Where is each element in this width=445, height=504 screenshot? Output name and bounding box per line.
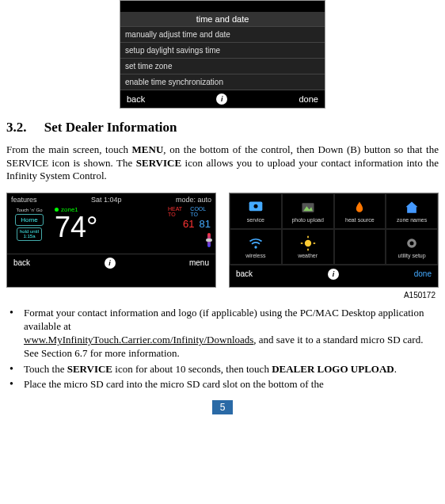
sun-icon: [300, 235, 316, 251]
cell-label: service: [247, 217, 264, 223]
touch-n-go-label: Touch ’n’ Go: [16, 208, 42, 212]
info-icon[interactable]: i: [328, 269, 339, 280]
info-icon[interactable]: i: [216, 94, 227, 105]
done-button[interactable]: done: [414, 269, 432, 278]
text: Place the micro SD card into the micro S…: [24, 378, 324, 390]
time-date-screenshot: time and date manually adjust time and d…: [120, 0, 325, 109]
svg-point-5: [254, 246, 257, 248]
empty-cell: [334, 229, 386, 265]
utility-setup-cell[interactable]: utility setup: [386, 229, 438, 265]
cell-label: wireless: [245, 253, 265, 258]
back-button[interactable]: back: [236, 269, 253, 278]
svg-point-1: [253, 204, 257, 208]
cell-label: heat source: [345, 217, 375, 223]
menu-item-dst[interactable]: setup daylight savings time: [120, 43, 325, 59]
service-bold: SERVICE: [136, 157, 181, 169]
list-item: Place the micro SD card into the micro S…: [24, 377, 439, 391]
house-icon: [404, 200, 420, 216]
back-button[interactable]: back: [13, 258, 30, 267]
service-cell[interactable]: service: [230, 193, 282, 229]
list-item: Format your contact information and logo…: [24, 306, 439, 361]
main-screen-screenshot: features Sat 1:04p mode: auto Touch ’n’ …: [6, 193, 216, 288]
home-button[interactable]: Home: [15, 214, 43, 226]
gear-icon: [404, 235, 420, 251]
status-bar: [120, 1, 325, 12]
menu-item-timezone[interactable]: set time zone: [120, 59, 325, 74]
menu-item-sync[interactable]: enable time synchronization: [120, 74, 325, 90]
text: .: [394, 363, 397, 375]
menu-item-adjust[interactable]: manually adjust time and date: [120, 27, 325, 43]
menu-title: time and date: [120, 12, 325, 27]
zone-names-cell[interactable]: zone names: [386, 193, 438, 229]
features-label[interactable]: features: [11, 196, 37, 204]
flame-icon: [352, 200, 367, 216]
cool-to-label: COOL TO: [190, 206, 211, 217]
cell-label: weather: [298, 253, 318, 258]
temp-slider[interactable]: [207, 233, 211, 247]
hold-label2: 1:15a: [23, 234, 35, 239]
svg-marker-4: [406, 201, 418, 212]
cell-label: utility setup: [398, 253, 426, 258]
text: From the main screen, touch: [6, 143, 132, 155]
intro-paragraph: From the main screen, touch MENU, on the…: [6, 143, 439, 183]
heat-to-value: 61: [183, 218, 194, 230]
cool-to-value: 81: [200, 218, 211, 230]
service-bold: SERVICE: [67, 363, 112, 375]
weather-cell[interactable]: weather: [282, 229, 334, 265]
menu-button[interactable]: menu: [189, 258, 209, 267]
cell-label: zone names: [397, 217, 427, 223]
done-button[interactable]: done: [299, 94, 318, 104]
mode-label[interactable]: mode: auto: [176, 196, 211, 204]
wrench-icon: [248, 200, 264, 216]
cell-label: photo upload: [291, 217, 323, 223]
dealer-bold: DEALER LOGO UPLOAD: [272, 363, 394, 375]
bullet-list: Format your contact information and logo…: [6, 306, 439, 391]
list-item: Touch the SERVICE icon for about 10 seco…: [24, 362, 439, 376]
wifi-icon: [248, 235, 264, 251]
heat-to-label: HEAT TO: [168, 206, 187, 217]
text: Format your contact information and logo…: [24, 307, 424, 332]
photo-upload-cell[interactable]: photo upload: [282, 193, 334, 229]
text: icon for about 10 seconds, then touch: [112, 363, 272, 375]
text: Touch the: [24, 363, 67, 375]
section-title: Set Dealer Information: [44, 120, 177, 135]
figure-id: A150172: [6, 291, 435, 300]
svg-point-12: [410, 241, 414, 245]
hold-label1: hold until: [20, 229, 39, 234]
menu-bold: MENU: [132, 143, 164, 155]
info-icon[interactable]: i: [105, 258, 116, 269]
photo-icon: [300, 200, 316, 216]
back-button[interactable]: back: [127, 94, 145, 104]
download-link[interactable]: www.MyInfinityTouch.Carrier.com/Infinity…: [24, 334, 253, 346]
svg-point-6: [304, 240, 310, 246]
heat-source-cell[interactable]: heat source: [334, 193, 386, 229]
hold-until-button[interactable]: hold until 1:15a: [17, 227, 42, 241]
wireless-cell[interactable]: wireless: [230, 229, 282, 265]
service-grid-screenshot: service photo upload heat source: [229, 193, 439, 288]
page-number: 5: [212, 400, 233, 414]
section-heading: 3.2. Set Dealer Information: [6, 120, 439, 136]
current-temperature: 74°: [55, 213, 97, 242]
clock-label: Sat 1:04p: [91, 196, 122, 204]
section-number: 3.2.: [6, 120, 27, 136]
